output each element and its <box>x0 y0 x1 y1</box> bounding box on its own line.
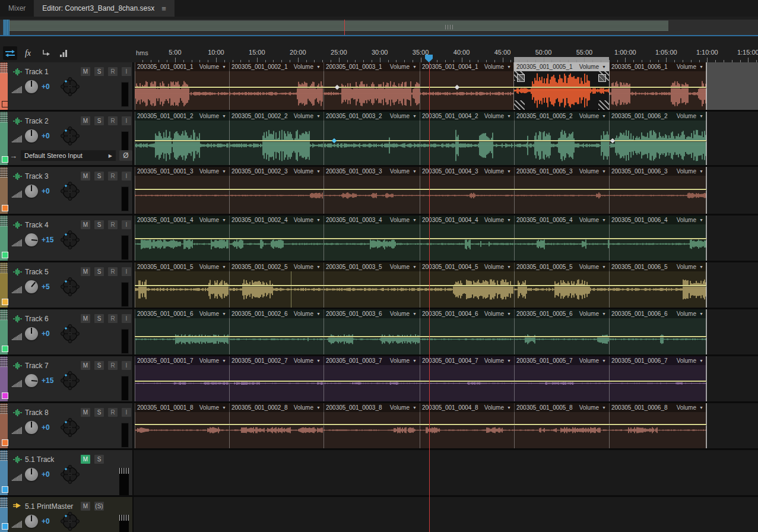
tab-mixer[interactable]: Mixer <box>0 0 34 17</box>
track-drag-grip-icon[interactable] <box>0 167 8 178</box>
volume-envelope-line[interactable] <box>135 424 706 425</box>
timeline-ruler[interactable]: hms 5:0010:0015:0020:0025:0030:0035:0040… <box>134 45 758 62</box>
clip-volume-dropdown[interactable]: Volume <box>484 311 504 317</box>
audio-clip[interactable]: 200305_001_0005_7Volume▼ <box>514 356 609 401</box>
track-drag-grip-icon[interactable] <box>0 497 8 508</box>
clip-volume-dropdown[interactable]: Volume <box>579 404 599 411</box>
mute-button[interactable]: M <box>81 267 90 276</box>
audio-clip[interactable]: 200305_001_0001_8Volume▼ <box>135 403 229 448</box>
clip-volume-dropdown[interactable]: Volume <box>579 264 599 270</box>
surround-pan-knob[interactable] <box>59 324 81 346</box>
track-lane[interactable] <box>134 497 758 532</box>
clip-volume-dropdown[interactable]: Volume <box>294 64 313 70</box>
clip-volume-dropdown[interactable]: Volume <box>390 113 410 119</box>
volume-knob[interactable] <box>25 185 38 198</box>
clip-header-bar[interactable]: 200305_001_0006_5Volume▼ <box>609 262 706 271</box>
clip-header-bar[interactable]: 200305_001_0005_1Volume▼ <box>514 62 609 71</box>
clip-volume-dropdown[interactable]: Volume <box>677 113 696 119</box>
clip-volume-dropdown[interactable]: Volume <box>294 217 313 223</box>
clip-header-bar[interactable]: 200305_001_0004_6Volume▼ <box>420 309 514 318</box>
input-monitor-button[interactable]: I <box>122 220 131 229</box>
clip-header-bar[interactable]: 200305_001_0003_1Volume▼ <box>324 62 420 71</box>
surround-pan-knob[interactable] <box>59 417 81 440</box>
clip-header-bar[interactable]: 200305_001_0001_8Volume▼ <box>135 403 229 412</box>
surround-pan-knob[interactable] <box>59 277 81 299</box>
clip-header-bar[interactable]: 200305_001_0006_7Volume▼ <box>609 356 706 365</box>
clip-header-bar[interactable]: 200305_001_0005_4Volume▼ <box>514 216 609 224</box>
audio-clip[interactable]: 200305_001_0002_2Volume▼ <box>229 112 324 165</box>
audio-clip[interactable]: 200305_001_0005_8Volume▼ <box>514 403 609 448</box>
mute-button[interactable]: M <box>81 502 90 511</box>
clip-volume-dropdown[interactable]: Volume <box>579 357 599 364</box>
record-arm-button[interactable]: R <box>108 267 118 276</box>
clip-header-bar[interactable]: 200305_001_0002_6Volume▼ <box>229 309 324 318</box>
clip-volume-dropdown[interactable]: Volume <box>677 217 696 223</box>
audio-clip[interactable]: 200305_001_0002_6Volume▼ <box>229 309 324 354</box>
clip-volume-dropdown[interactable]: Volume <box>484 168 504 175</box>
clip-volume-dropdown[interactable]: Volume <box>294 168 313 175</box>
audio-clip[interactable]: 200305_001_0004_2Volume▼ <box>420 112 514 165</box>
clip-volume-dropdown[interactable]: Volume <box>390 168 410 175</box>
track-lane[interactable] <box>134 450 758 495</box>
clip-header-bar[interactable]: 200305_001_0001_1Volume▼ <box>135 62 229 71</box>
phase-invert-button[interactable]: Ø <box>119 150 132 161</box>
clip-volume-dropdown[interactable]: Volume <box>677 404 696 411</box>
solo-button[interactable]: S <box>94 314 104 323</box>
clip-volume-dropdown[interactable]: Volume <box>484 64 504 70</box>
audio-clip[interactable]: 200305_001_0003_8Volume▼ <box>324 403 420 448</box>
audio-clip[interactable]: 200305_001_0003_2Volume▼ <box>324 112 420 165</box>
input-monitor-button[interactable]: I <box>122 67 131 76</box>
audio-clip[interactable]: 200305_001_0004_8Volume▼ <box>420 403 514 448</box>
clip-header-bar[interactable]: 200305_001_0002_3Volume▼ <box>229 167 324 176</box>
record-arm-button[interactable]: R <box>108 314 118 323</box>
surround-pan-knob[interactable] <box>59 370 81 393</box>
clip-header-bar[interactable]: 200305_001_0004_2Volume▼ <box>420 112 514 121</box>
zoom-navigator-bar[interactable] <box>0 20 758 36</box>
clip-volume-dropdown[interactable]: Volume <box>677 311 696 317</box>
surround-pan-knob[interactable] <box>59 464 81 487</box>
clip-volume-dropdown[interactable]: Volume <box>677 168 696 175</box>
volume-knob[interactable] <box>25 374 38 387</box>
clip-header-bar[interactable]: 200305_001_0003_5Volume▼ <box>324 262 420 271</box>
audio-clip[interactable]: 200305_001_0001_7Volume▼ <box>135 356 229 401</box>
solo-button[interactable]: S <box>94 455 104 464</box>
track-color-square[interactable] <box>2 205 8 211</box>
volume-envelope-line[interactable] <box>135 87 706 88</box>
clip-volume-dropdown[interactable]: Volume <box>484 264 504 270</box>
audio-clip[interactable]: 200305_001_0004_6Volume▼ <box>420 309 514 354</box>
record-arm-button[interactable]: R <box>108 361 118 370</box>
clip-volume-dropdown[interactable]: Volume <box>390 64 410 70</box>
volume-envelope-line[interactable] <box>135 285 706 286</box>
clip-header-bar[interactable]: 200305_001_0005_5Volume▼ <box>514 262 609 271</box>
input-monitor-button[interactable]: I <box>122 408 131 417</box>
clip-volume-dropdown[interactable]: Volume <box>579 217 599 223</box>
clip-volume-dropdown[interactable]: Volume <box>390 311 410 317</box>
audio-clip[interactable]: 200305_001_0004_7Volume▼ <box>420 356 514 401</box>
track-drag-grip-icon[interactable] <box>0 403 8 414</box>
volume-envelope-line[interactable] <box>135 140 706 141</box>
track-lane[interactable]: 200305_001_0001_1Volume▼200305_001_0002_… <box>134 62 758 110</box>
clip-header-bar[interactable]: 200305_001_0003_8Volume▼ <box>324 403 420 412</box>
track-drag-grip-icon[interactable] <box>0 309 8 320</box>
volume-envelope-line[interactable] <box>135 336 706 337</box>
clip-volume-dropdown[interactable]: Volume <box>199 113 219 119</box>
track-color-square[interactable] <box>2 392 8 399</box>
clip-header-bar[interactable]: 200305_001_0001_7Volume▼ <box>135 356 229 365</box>
clip-header-bar[interactable]: 200305_001_0006_2Volume▼ <box>609 112 706 121</box>
clip-volume-dropdown[interactable]: Volume <box>484 404 504 411</box>
clip-volume-dropdown[interactable]: Volume <box>579 168 599 175</box>
clip-volume-dropdown[interactable]: Volume <box>390 217 410 223</box>
fade-in-handle[interactable] <box>517 74 525 82</box>
track-lane[interactable]: 200305_001_0001_4Volume▼200305_001_0002_… <box>134 216 758 261</box>
volume-knob[interactable] <box>25 421 38 434</box>
track-color-square[interactable] <box>2 439 8 446</box>
audio-clip[interactable]: 200305_001_0003_3Volume▼ <box>324 167 420 214</box>
clip-volume-dropdown[interactable]: Volume <box>579 113 599 119</box>
track-lane[interactable]: 200305_001_0001_2Volume▼200305_001_0002_… <box>134 112 758 165</box>
input-monitor-button[interactable]: I <box>122 361 131 370</box>
mute-button[interactable]: M <box>81 172 90 180</box>
track-drag-grip-icon[interactable] <box>0 356 8 367</box>
clip-volume-dropdown[interactable]: Volume <box>294 404 313 411</box>
navigator-center-grip[interactable] <box>445 25 453 30</box>
audio-clip[interactable]: 200305_001_0006_1Volume▼ <box>609 62 706 110</box>
